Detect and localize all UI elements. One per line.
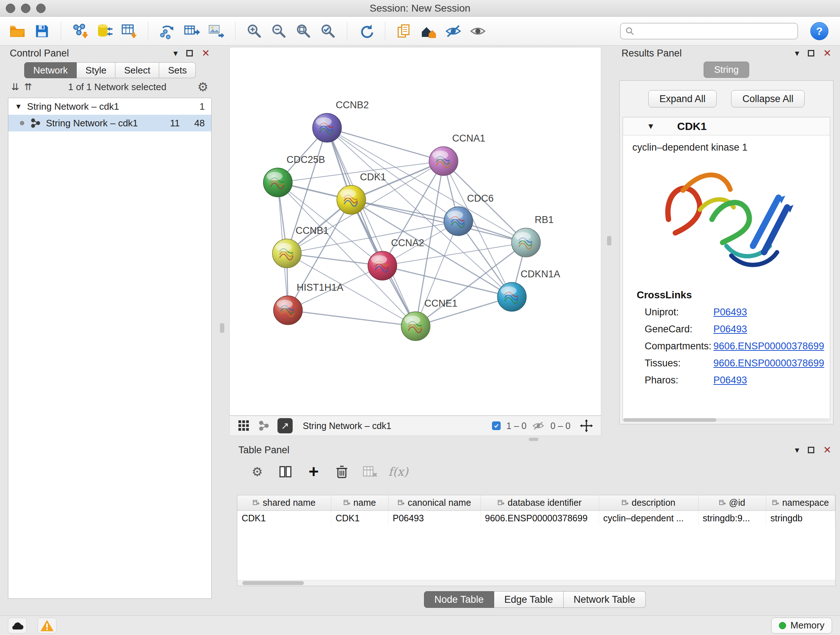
grid-view-icon[interactable] bbox=[238, 420, 250, 432]
edge-HIST1H1A-CCNE1[interactable] bbox=[288, 310, 416, 326]
tab-style[interactable]: Style bbox=[77, 62, 115, 78]
birdseye-toggle-button[interactable]: ↗ bbox=[278, 418, 293, 433]
network-graph[interactable]: CCNB2CCNA1CDC25BCDK1CDC6RB1CCNB1CCNA2CDK… bbox=[230, 48, 601, 415]
open-session-button[interactable] bbox=[6, 20, 28, 42]
tab-network-table[interactable]: Network Table bbox=[564, 591, 646, 608]
gene-section-header[interactable]: ▼ CDK1 bbox=[623, 117, 830, 135]
network-view[interactable]: CCNB2CCNA1CDC25BCDK1CDC6RB1CCNB1CCNA2CDK… bbox=[229, 47, 601, 416]
network-collection-row[interactable]: ▼ String Network – cdk1 1 bbox=[8, 98, 211, 115]
function-builder-button[interactable]: f(x) bbox=[390, 463, 407, 480]
import-network-file-button[interactable] bbox=[69, 20, 91, 42]
clear-table-button[interactable] bbox=[362, 463, 379, 480]
selected-checkbox-icon[interactable] bbox=[492, 421, 501, 430]
export-table-button[interactable] bbox=[181, 20, 202, 42]
column-header-shared-name[interactable]: shared name bbox=[237, 495, 331, 510]
node-CCNB1[interactable] bbox=[272, 239, 302, 268]
network-item-row[interactable]: String Network – cdk1 11 48 bbox=[8, 115, 211, 131]
save-session-button[interactable] bbox=[31, 20, 53, 42]
column-header-canonical-name[interactable]: canonical name bbox=[388, 495, 480, 510]
gear-icon[interactable]: ⚙ bbox=[197, 81, 208, 93]
tab-edge-table[interactable]: Edge Table bbox=[494, 591, 564, 608]
delete-column-button[interactable] bbox=[333, 463, 351, 480]
home-view-button[interactable] bbox=[418, 20, 439, 42]
node-CDK1[interactable] bbox=[337, 185, 366, 214]
scrollbar-thumb[interactable] bbox=[623, 418, 716, 422]
cloud-status-button[interactable] bbox=[8, 618, 27, 633]
edge-CCNA2-CDKN1A[interactable] bbox=[382, 266, 512, 297]
vertical-splitter-handle[interactable] bbox=[607, 236, 611, 245]
search-box[interactable] bbox=[620, 23, 798, 40]
memory-button[interactable]: Memory bbox=[771, 618, 832, 633]
crosslink-uniprot-link[interactable]: P06493 bbox=[714, 307, 747, 318]
export-image-button[interactable] bbox=[205, 20, 227, 42]
expand-all-button[interactable]: Expand All bbox=[648, 90, 717, 108]
column-header-database-identifier[interactable]: database identifier bbox=[480, 495, 599, 510]
node-CDC25B[interactable] bbox=[264, 168, 292, 197]
import-network-database-button[interactable] bbox=[94, 20, 115, 42]
column-header-name[interactable]: name bbox=[331, 495, 388, 510]
vertical-splitter-handle[interactable] bbox=[220, 323, 224, 333]
close-panel-icon[interactable]: ✕ bbox=[202, 49, 210, 58]
node-CCNA1[interactable] bbox=[429, 147, 458, 176]
node-HIST1H1A[interactable] bbox=[273, 296, 302, 325]
crosslink-tissues-link[interactable]: 9606.ENSP00000378699 bbox=[714, 358, 824, 369]
tab-sets[interactable]: Sets bbox=[159, 62, 196, 78]
column-header-namespace[interactable]: namespace bbox=[766, 495, 835, 510]
table-row[interactable]: CDK1 CDK1 P06493 9606.ENSP00000378699 cy… bbox=[237, 510, 835, 526]
export-network-button[interactable] bbox=[156, 20, 178, 42]
cloud-icon bbox=[10, 619, 25, 632]
chevron-down-icon[interactable]: ▾ bbox=[173, 49, 178, 57]
tab-network[interactable]: Network bbox=[24, 62, 77, 78]
tab-select[interactable]: Select bbox=[115, 62, 159, 78]
refresh-view-button[interactable] bbox=[355, 20, 377, 42]
zoom-fit-button[interactable] bbox=[293, 20, 314, 42]
float-panel-icon[interactable] bbox=[808, 447, 814, 453]
chevron-down-icon[interactable]: ▾ bbox=[795, 49, 799, 57]
tab-node-table[interactable]: Node Table bbox=[424, 591, 494, 608]
tree-expand-icon[interactable]: ▼ bbox=[15, 103, 22, 111]
crosshair-icon[interactable] bbox=[580, 419, 593, 432]
warnings-button[interactable] bbox=[38, 618, 57, 633]
edge-CCNB2-CCNA1[interactable] bbox=[327, 128, 444, 161]
expand-all-icon[interactable]: ⇈ bbox=[24, 81, 32, 93]
node-CDC6[interactable] bbox=[444, 207, 473, 236]
search-input[interactable] bbox=[638, 26, 793, 36]
zoom-selected-button[interactable] bbox=[317, 20, 339, 42]
column-header-id[interactable]: @id bbox=[698, 495, 766, 510]
edge-CCNB2-RB1[interactable] bbox=[327, 128, 526, 242]
horizontal-splitter-handle[interactable] bbox=[529, 438, 538, 441]
close-panel-icon[interactable]: ✕ bbox=[823, 49, 831, 58]
float-panel-icon[interactable] bbox=[186, 50, 193, 57]
show-columns-button[interactable] bbox=[277, 463, 294, 480]
table-settings-button[interactable]: ⚙ bbox=[248, 463, 266, 480]
collapse-all-icon[interactable]: ⇊ bbox=[11, 81, 19, 93]
clone-network-button[interactable] bbox=[393, 20, 415, 42]
tab-string[interactable]: String bbox=[704, 62, 749, 78]
edge-CCNB2-CCNE1[interactable] bbox=[327, 128, 416, 326]
node-CCNA2[interactable] bbox=[368, 251, 397, 280]
table-horizontal-scrollbar[interactable] bbox=[237, 580, 835, 586]
scrollbar-thumb[interactable] bbox=[242, 581, 304, 585]
node-CCNB2[interactable] bbox=[313, 113, 341, 142]
crosslink-pharos-link[interactable]: P06493 bbox=[714, 375, 747, 386]
node-RB1[interactable] bbox=[512, 228, 540, 257]
close-panel-icon[interactable]: ✕ bbox=[823, 445, 831, 455]
results-scrollbar[interactable] bbox=[623, 418, 829, 422]
add-column-button[interactable]: + bbox=[305, 463, 322, 480]
collapse-all-button[interactable]: Collapse All bbox=[731, 90, 805, 108]
section-collapse-icon[interactable]: ▼ bbox=[647, 122, 655, 131]
chevron-down-icon[interactable]: ▾ bbox=[795, 446, 799, 454]
help-button[interactable]: ? bbox=[810, 22, 829, 40]
share-network-icon[interactable] bbox=[258, 420, 270, 432]
hide-selected-button[interactable] bbox=[442, 20, 464, 42]
show-all-button[interactable] bbox=[467, 20, 489, 42]
node-CDKN1A[interactable] bbox=[497, 282, 526, 311]
zoom-out-button[interactable] bbox=[268, 20, 290, 42]
zoom-in-button[interactable] bbox=[243, 20, 265, 42]
import-table-button[interactable] bbox=[118, 20, 140, 42]
node-CCNE1[interactable] bbox=[401, 312, 430, 340]
crosslink-genecard-link[interactable]: P06493 bbox=[714, 324, 747, 335]
float-panel-icon[interactable] bbox=[808, 50, 814, 57]
column-header-description[interactable]: description bbox=[599, 495, 698, 510]
crosslink-compartments-link[interactable]: 9606.ENSP00000378699 bbox=[714, 340, 824, 352]
